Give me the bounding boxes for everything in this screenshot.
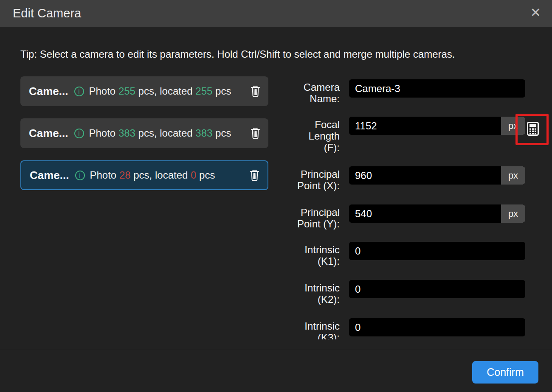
trash-icon[interactable] xyxy=(250,127,261,139)
camera-name-label: Camera Name: xyxy=(295,81,340,104)
close-icon[interactable]: ✕ xyxy=(530,0,541,25)
info-icon[interactable]: i xyxy=(74,87,84,96)
camera-item-name: Came... xyxy=(29,85,68,98)
camera-list-item[interactable]: Came...iPhoto 383 pcs, located 383 pcs xyxy=(20,118,268,148)
info-icon[interactable]: i xyxy=(75,171,85,180)
intrinsic-k1-label: Intrinsic (K1): xyxy=(295,244,340,267)
focal-length-input[interactable] xyxy=(349,117,501,135)
camera-list: Came...iPhoto 255 pcs, located 255 pcsCa… xyxy=(20,76,268,202)
intrinsic-k1-input[interactable] xyxy=(349,242,525,260)
camera-item-name: Came... xyxy=(30,169,69,182)
camera-item-stats: Photo 383 pcs, located 383 pcs xyxy=(89,127,231,139)
info-icon[interactable]: i xyxy=(74,129,84,138)
dialog-header: Edit Camera ✕ xyxy=(0,0,552,27)
unit-badge: px xyxy=(501,166,525,185)
dialog-footer: Confirm xyxy=(0,349,552,392)
intrinsic-k3-input[interactable] xyxy=(349,318,525,336)
focal-length-label: Focal Length (F): xyxy=(295,119,340,153)
intrinsic-k2-input[interactable] xyxy=(349,280,525,298)
calculator-icon[interactable] xyxy=(527,122,539,136)
intrinsic-k3-field xyxy=(349,318,525,336)
trash-icon[interactable] xyxy=(250,85,261,97)
camera-item-name: Came... xyxy=(29,127,68,140)
camera-item-stats: Photo 255 pcs, located 255 pcs xyxy=(89,85,231,97)
principal-point-x-input[interactable] xyxy=(349,166,501,185)
intrinsic-k3-label: Intrinsic (K3): xyxy=(295,320,340,339)
intrinsic-k2-label: Intrinsic (K2): xyxy=(295,282,340,305)
edit-camera-dialog: Edit Camera ✕ Tip: Select a camera to ed… xyxy=(0,0,552,392)
camera-name-field xyxy=(349,79,525,98)
principal-point-x-label: Principal Point (X): xyxy=(295,168,340,191)
principal-point-y-field: px xyxy=(349,204,525,223)
intrinsic-k1-field xyxy=(349,242,525,260)
principal-point-x-field: px xyxy=(349,166,525,185)
principal-point-y-input[interactable] xyxy=(349,204,501,223)
dialog-content: Tip: Select a camera to edit its paramet… xyxy=(0,27,552,339)
intrinsic-k2-field xyxy=(349,280,525,298)
principal-point-y-label: Principal Point (Y): xyxy=(295,207,340,230)
focal-length-field: px xyxy=(349,117,525,135)
camera-list-item[interactable]: Came...iPhoto 255 pcs, located 255 pcs xyxy=(20,76,268,106)
unit-badge: px xyxy=(501,204,525,223)
dialog-title: Edit Camera xyxy=(13,0,81,27)
unit-badge: px xyxy=(501,117,525,135)
trash-icon[interactable] xyxy=(249,169,260,181)
confirm-button[interactable]: Confirm xyxy=(472,361,538,384)
camera-item-stats: Photo 28 pcs, located 0 pcs xyxy=(90,169,215,181)
camera-list-item[interactable]: Came...iPhoto 28 pcs, located 0 pcs xyxy=(20,160,268,190)
camera-name-input[interactable] xyxy=(349,79,525,98)
